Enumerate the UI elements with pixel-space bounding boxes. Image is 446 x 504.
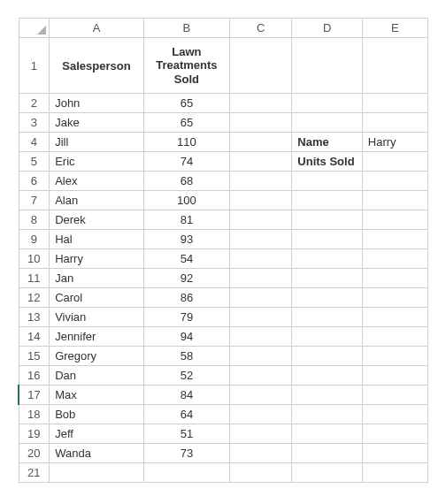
cell-B10[interactable]: 54 — [143, 249, 229, 269]
cell-D19[interactable] — [292, 424, 363, 444]
cell-B19[interactable]: 51 — [143, 424, 229, 444]
cell-A5[interactable]: Eric — [50, 152, 144, 172]
cell-D10[interactable] — [292, 249, 363, 269]
cell-E17[interactable] — [362, 386, 427, 405]
cell-A18[interactable]: Bob — [50, 405, 144, 424]
cell-E2[interactable] — [362, 94, 427, 113]
cell-C12[interactable] — [229, 288, 291, 308]
cell-A10[interactable]: Harry — [50, 249, 144, 269]
cell-D4[interactable]: Name — [292, 133, 363, 152]
cell-B7[interactable]: 100 — [143, 191, 229, 210]
cell-D9[interactable] — [292, 230, 363, 249]
cell-C7[interactable] — [229, 191, 291, 210]
cell-E3[interactable] — [362, 113, 427, 133]
cell-D8[interactable] — [292, 210, 363, 230]
cell-B2[interactable]: 65 — [143, 94, 229, 113]
cell-B17[interactable]: 84 — [143, 386, 229, 405]
cell-D17[interactable] — [292, 386, 363, 405]
cell-A14[interactable]: Jennifer — [50, 327, 144, 347]
cell-D13[interactable] — [292, 308, 363, 327]
cell-C14[interactable] — [229, 327, 291, 347]
select-all-corner[interactable] — [19, 19, 50, 38]
row-header-1[interactable]: 1 — [19, 38, 50, 94]
cell-E11[interactable] — [362, 269, 427, 288]
cell-A21[interactable] — [50, 463, 144, 483]
cell-E12[interactable] — [362, 288, 427, 308]
cell-C15[interactable] — [229, 347, 291, 366]
row-header-11[interactable]: 11 — [19, 269, 50, 288]
cell-B14[interactable]: 94 — [143, 327, 229, 347]
cell-D11[interactable] — [292, 269, 363, 288]
row-header-17[interactable]: 17 — [19, 386, 50, 405]
row-header-2[interactable]: 2 — [19, 94, 50, 113]
cell-C9[interactable] — [229, 230, 291, 249]
cell-D20[interactable] — [292, 444, 363, 463]
row-header-10[interactable]: 10 — [19, 249, 50, 269]
cell-E7[interactable] — [362, 191, 427, 210]
cell-C17[interactable] — [229, 386, 291, 405]
row-header-19[interactable]: 19 — [19, 424, 50, 444]
cell-E19[interactable] — [362, 424, 427, 444]
cell-D15[interactable] — [292, 347, 363, 366]
cell-E16[interactable] — [362, 366, 427, 386]
row-header-15[interactable]: 15 — [19, 347, 50, 366]
col-header-C[interactable]: C — [229, 19, 291, 38]
cell-D14[interactable] — [292, 327, 363, 347]
cell-A4[interactable]: Jill — [50, 133, 144, 152]
cell-D12[interactable] — [292, 288, 363, 308]
cell-C10[interactable] — [229, 249, 291, 269]
cell-C19[interactable] — [229, 424, 291, 444]
cell-E1[interactable] — [362, 38, 427, 94]
cell-E10[interactable] — [362, 249, 427, 269]
cell-B13[interactable]: 79 — [143, 308, 229, 327]
cell-B15[interactable]: 58 — [143, 347, 229, 366]
row-header-6[interactable]: 6 — [19, 172, 50, 191]
cell-A19[interactable]: Jeff — [50, 424, 144, 444]
row-header-4[interactable]: 4 — [19, 133, 50, 152]
col-header-E[interactable]: E — [362, 19, 427, 38]
cell-A16[interactable]: Dan — [50, 366, 144, 386]
cell-B5[interactable]: 74 — [143, 152, 229, 172]
cell-C6[interactable] — [229, 172, 291, 191]
row-header-9[interactable]: 9 — [19, 230, 50, 249]
cell-E14[interactable] — [362, 327, 427, 347]
cell-E21[interactable] — [362, 463, 427, 483]
col-header-D[interactable]: D — [292, 19, 363, 38]
cell-C2[interactable] — [229, 94, 291, 113]
cell-E4[interactable]: Harry — [362, 133, 427, 152]
cell-E6[interactable] — [362, 172, 427, 191]
cell-A6[interactable]: Alex — [50, 172, 144, 191]
cell-C18[interactable] — [229, 405, 291, 424]
cell-A12[interactable]: Carol — [50, 288, 144, 308]
col-header-B[interactable]: B — [143, 19, 229, 38]
row-header-8[interactable]: 8 — [19, 210, 50, 230]
cell-B21[interactable] — [143, 463, 229, 483]
cell-C16[interactable] — [229, 366, 291, 386]
cell-D2[interactable] — [292, 94, 363, 113]
cell-B11[interactable]: 92 — [143, 269, 229, 288]
cell-D6[interactable] — [292, 172, 363, 191]
cell-A9[interactable]: Hal — [50, 230, 144, 249]
cell-E15[interactable] — [362, 347, 427, 366]
cell-C21[interactable] — [229, 463, 291, 483]
cell-B1[interactable]: Lawn Treatments Sold — [143, 38, 229, 94]
cell-A17[interactable]: Max — [50, 386, 144, 405]
row-header-14[interactable]: 14 — [19, 327, 50, 347]
cell-E20[interactable] — [362, 444, 427, 463]
cell-B6[interactable]: 68 — [143, 172, 229, 191]
cell-B8[interactable]: 81 — [143, 210, 229, 230]
cell-D18[interactable] — [292, 405, 363, 424]
cell-C4[interactable] — [229, 133, 291, 152]
cell-A13[interactable]: Vivian — [50, 308, 144, 327]
cell-C13[interactable] — [229, 308, 291, 327]
cell-B12[interactable]: 86 — [143, 288, 229, 308]
cell-B16[interactable]: 52 — [143, 366, 229, 386]
row-header-16[interactable]: 16 — [19, 366, 50, 386]
cell-E18[interactable] — [362, 405, 427, 424]
cell-A15[interactable]: Gregory — [50, 347, 144, 366]
cell-A7[interactable]: Alan — [50, 191, 144, 210]
row-header-21[interactable]: 21 — [19, 463, 50, 483]
cell-A20[interactable]: Wanda — [50, 444, 144, 463]
cell-D21[interactable] — [292, 463, 363, 483]
row-header-12[interactable]: 12 — [19, 288, 50, 308]
